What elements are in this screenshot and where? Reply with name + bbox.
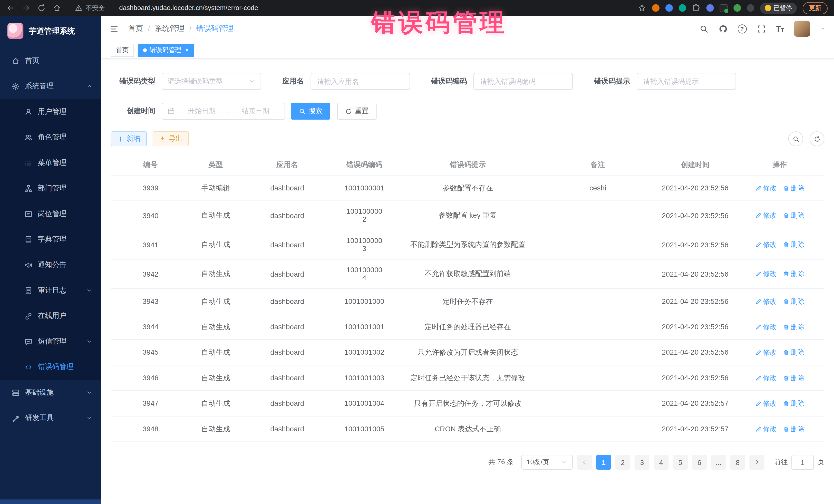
sidebar-item-字典管理[interactable]: 字典管理 — [0, 226, 101, 252]
delete-link[interactable]: 删除 — [783, 322, 805, 332]
cell-app: dashboard — [241, 366, 334, 390]
fullscreen-icon[interactable] — [757, 24, 766, 33]
delete-link[interactable]: 删除 — [783, 424, 805, 434]
page-size-value: 10条/页 — [527, 458, 549, 467]
page-ellipsis[interactable]: ... — [711, 455, 726, 469]
page-size-select[interactable]: 10条/页 — [521, 455, 573, 469]
sidebar-item-短信管理[interactable]: 短信管理 — [0, 329, 101, 354]
edit-link[interactable]: 修改 — [755, 269, 777, 279]
extensions-puzzle-icon[interactable] — [692, 4, 700, 12]
search-button[interactable]: 搜索 — [291, 103, 330, 119]
export-button[interactable]: 导出 — [153, 131, 189, 146]
logo-avatar — [7, 23, 23, 39]
table-row: 3939手动编辑dashboard1001000001参数配置不存在ceshi2… — [111, 176, 825, 201]
edit-link[interactable]: 修改 — [755, 398, 777, 408]
sidebar-item-审计日志[interactable]: 审计日志 — [0, 278, 101, 303]
cell-app: dashboard — [241, 176, 334, 200]
table-row: 3940自动生成dashboard100100000 2参数配置 key 重复2… — [111, 201, 825, 230]
sidebar-item-基础设施[interactable]: 基础设施 — [0, 380, 101, 405]
edit-link[interactable]: 修改 — [755, 322, 777, 332]
error-type-select[interactable]: 请选择错误码类型 — [162, 73, 261, 90]
sidebar-item-首页[interactable]: 首页 — [0, 48, 101, 73]
edit-link[interactable]: 修改 — [755, 373, 777, 382]
goto-page-input[interactable] — [791, 455, 814, 469]
address-bar[interactable]: 不安全 dashboard.yudao.iocoder.cn/system/er… — [75, 3, 258, 12]
delete-link[interactable]: 删除 — [783, 240, 805, 249]
page-button-1[interactable]: 1 — [596, 455, 611, 469]
error-code-input[interactable] — [474, 73, 573, 90]
delete-icon — [783, 212, 789, 219]
sidebar-item-通知公告[interactable]: 通知公告 — [0, 252, 101, 278]
refresh-table-button[interactable] — [810, 131, 825, 146]
edit-link[interactable]: 修改 — [755, 240, 777, 249]
font-size-icon[interactable]: T T — [776, 24, 784, 33]
back-icon[interactable] — [6, 4, 15, 12]
tab-error-code[interactable]: 错误码管理 × — [138, 43, 194, 57]
page-button-4[interactable]: 4 — [654, 455, 668, 469]
delete-link[interactable]: 删除 — [783, 269, 805, 279]
app-name-input[interactable] — [310, 73, 410, 90]
sidebar-item-角色管理[interactable]: 角色管理 — [0, 125, 101, 150]
close-icon[interactable]: × — [185, 47, 189, 53]
logo[interactable]: 芋道管理系统 — [0, 16, 101, 46]
sidebar-item-岗位管理[interactable]: 岗位管理 — [0, 201, 101, 226]
delete-link[interactable]: 删除 — [783, 297, 805, 306]
delete-link[interactable]: 删除 — [783, 373, 805, 382]
delete-link[interactable]: 删除 — [783, 348, 805, 357]
edit-link[interactable]: 修改 — [755, 424, 777, 434]
cell-memo — [541, 366, 655, 390]
delete-link[interactable]: 删除 — [783, 183, 805, 193]
error-msg-input[interactable] — [636, 73, 736, 90]
page-button-2[interactable]: 2 — [615, 455, 630, 469]
tab-label: 首页 — [116, 45, 129, 54]
page-button-3[interactable]: 3 — [635, 455, 650, 469]
reset-button[interactable]: 重置 — [337, 103, 376, 119]
delete-link[interactable]: 删除 — [783, 211, 805, 220]
help-icon[interactable]: ? — [738, 24, 746, 33]
caret-down-icon[interactable] — [820, 26, 826, 31]
breadcrumb-system[interactable]: 系统管理 — [155, 24, 184, 34]
sidebar-item-错误码管理[interactable]: 错误码管理 — [0, 354, 101, 379]
sidebar-item-用户管理[interactable]: 用户管理 — [0, 99, 101, 125]
update-button[interactable]: 更新 — [803, 2, 828, 14]
show-search-button[interactable] — [788, 131, 803, 146]
reload-icon[interactable] — [37, 4, 46, 12]
extension-icon-on-badge[interactable] — [719, 4, 727, 12]
sidebar-item-在线用户[interactable]: 在线用户 — [0, 303, 101, 328]
prev-page-button[interactable] — [577, 455, 592, 469]
tab-home[interactable]: 首页 — [111, 43, 134, 57]
home-icon-chrome[interactable] — [52, 4, 61, 12]
hamburger-icon[interactable] — [110, 24, 118, 33]
edit-link[interactable]: 修改 — [755, 183, 777, 193]
extension-icon-blue[interactable] — [665, 4, 673, 12]
sidebar-item-部门管理[interactable]: 部门管理 — [0, 176, 101, 201]
sidebar-item-菜单管理[interactable]: 菜单管理 — [0, 150, 101, 176]
page-button-8[interactable]: 8 — [730, 455, 745, 469]
extension-icon-green[interactable] — [679, 4, 686, 12]
next-page-button[interactable] — [749, 455, 764, 469]
extension-icon-orange[interactable] — [652, 4, 659, 12]
breadcrumb-home[interactable]: 首页 — [128, 24, 143, 34]
page-button-6[interactable]: 6 — [692, 455, 707, 469]
date-range-picker[interactable]: 开始日期 - 结束日期 — [162, 103, 285, 119]
sidebar-item-系统管理[interactable]: 系统管理 — [0, 73, 101, 99]
delete-link[interactable]: 删除 — [783, 398, 805, 408]
extension-icon-dark[interactable] — [746, 4, 754, 12]
forward-icon[interactable] — [22, 4, 30, 12]
add-button[interactable]: 新增 — [111, 131, 147, 146]
bookmark-star-icon[interactable] — [637, 4, 646, 12]
edit-link[interactable]: 修改 — [755, 297, 777, 306]
extension-icon-indigo[interactable] — [706, 4, 714, 12]
extension-icon-leaf[interactable] — [733, 4, 741, 12]
sidebar-item-研发工具[interactable]: 研发工具 — [0, 405, 101, 431]
cell-time: 2021-04-20 23:52:56 — [655, 340, 735, 365]
sidebar-collapse-bar[interactable] — [0, 499, 101, 504]
cell-msg: 只有开启状态的任务，才可以修改 — [395, 391, 541, 416]
paused-badge[interactable]: 已暂停 — [760, 2, 797, 14]
user-avatar[interactable] — [794, 21, 810, 37]
github-icon[interactable] — [719, 24, 727, 33]
edit-link[interactable]: 修改 — [755, 348, 777, 357]
search-icon[interactable] — [699, 24, 708, 33]
page-button-5[interactable]: 5 — [673, 455, 688, 469]
edit-link[interactable]: 修改 — [755, 211, 777, 220]
